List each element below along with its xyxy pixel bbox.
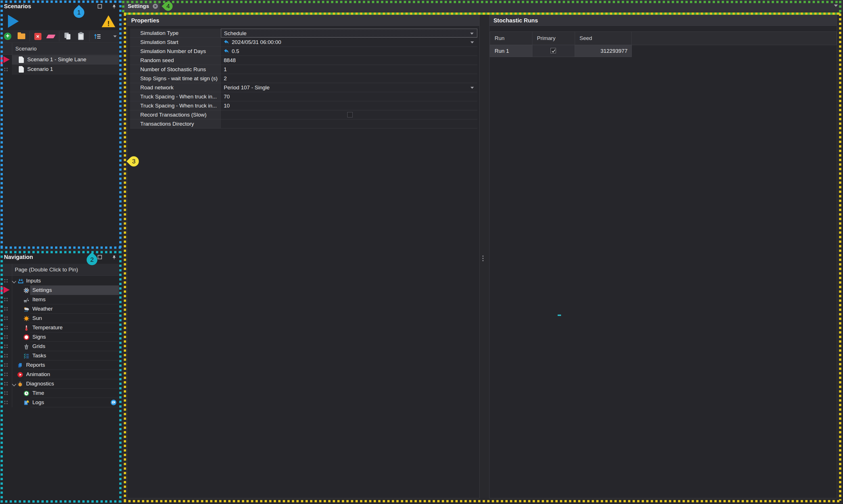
property-row: Road network Period 107 - Single — [130, 83, 477, 92]
row-drag-handle[interactable] — [4, 354, 8, 357]
stop-sign-icon — [23, 334, 30, 340]
run-scenario-button[interactable] — [8, 15, 19, 28]
property-row: Truck Spacing - When truck in... 70 — [130, 92, 477, 101]
open-folder-icon[interactable] — [17, 32, 25, 40]
column-header-primary[interactable]: Primary — [532, 32, 575, 45]
row-drag-handle[interactable] — [4, 307, 8, 310]
row-drag-handle[interactable] — [4, 391, 8, 395]
property-row: Simulation Start 2024/05/31 06:00:00 — [130, 38, 477, 47]
property-value-number-of-days[interactable]: 0.5 — [221, 47, 477, 56]
property-value-transactions-directory[interactable] — [221, 120, 477, 128]
property-row: Simulation Type Schedule — [130, 29, 477, 38]
property-value-road-network[interactable]: Period 107 - Single — [221, 83, 477, 92]
comment-badge-icon[interactable] — [110, 399, 117, 406]
row-drag-handle[interactable] — [4, 68, 8, 71]
scenarios-border-left — [1, 1, 3, 249]
navigation-border-bottom — [1, 500, 121, 503]
scenario-row-selected[interactable]: Scenario 1 - Single Lane — [12, 55, 119, 65]
dropdown-caret-icon[interactable] — [470, 87, 474, 89]
row-drag-handle[interactable] — [4, 298, 8, 301]
pin-icon[interactable] — [112, 4, 116, 9]
property-value-stochastic-runs[interactable]: 1 — [221, 65, 477, 74]
annotation-marker-1: 1 — [73, 7, 84, 18]
row-drag-handle[interactable] — [4, 317, 8, 320]
nav-item-animation[interactable]: Animation — [1, 370, 119, 379]
chevron-down-icon[interactable] — [12, 279, 16, 284]
copy-icon[interactable] — [64, 32, 72, 40]
nav-item-reports[interactable]: Reports — [1, 360, 119, 370]
stochastic-runs-title: Stochastic Runs — [494, 17, 538, 24]
nav-item-weather[interactable]: Weather — [1, 304, 119, 314]
row-drag-handle[interactable] — [4, 326, 8, 329]
nav-item-logs[interactable]: Logs — [1, 398, 119, 407]
document-icon — [19, 66, 24, 73]
nav-item-inputs[interactable]: Inputs — [1, 276, 119, 286]
erase-icon[interactable] — [47, 32, 55, 40]
sort-order-icon[interactable] — [93, 32, 102, 40]
property-value-simulation-type[interactable]: Schedule — [221, 29, 477, 37]
property-value-truck-spacing-1[interactable]: 70 — [221, 92, 477, 101]
maximize-icon[interactable] — [98, 4, 102, 9]
undo-icon[interactable] — [223, 39, 229, 46]
nav-item-diagnostics[interactable]: Diagnostics — [1, 379, 119, 389]
dropdown-caret-icon[interactable] — [470, 33, 474, 35]
page-column-header[interactable]: Page (Double Click to Pin) — [1, 264, 119, 276]
nav-item-time[interactable]: Time — [1, 389, 119, 398]
weather-icon — [23, 306, 30, 312]
property-row: Truck Spacing - When truck in... 10 — [130, 101, 477, 110]
primary-cell — [532, 45, 575, 57]
property-value-stop-signs[interactable]: 2 — [221, 74, 477, 83]
tab-close-icon[interactable]: ✕ — [153, 4, 158, 9]
stochastic-runs-panel: Stochastic Runs Run Primary Seed Run 1 3… — [489, 15, 837, 498]
scenario-row[interactable]: Scenario 1 — [12, 65, 119, 74]
nav-item-sun[interactable]: Sun — [1, 314, 119, 323]
nav-item-grids[interactable]: Grids — [1, 342, 119, 351]
nav-item-temperature[interactable]: Temperature — [1, 323, 119, 332]
primary-checkbox[interactable] — [551, 48, 556, 53]
row-drag-handle[interactable] — [4, 373, 8, 376]
play-circle-icon — [17, 372, 23, 378]
property-value-random-seed[interactable]: 8848 — [221, 56, 477, 65]
dropdown-caret-icon[interactable] — [470, 41, 474, 43]
warning-icon[interactable]: ! — [102, 15, 115, 27]
paste-icon[interactable] — [77, 32, 85, 40]
nav-item-signs[interactable]: Signs — [1, 332, 119, 342]
scenario-column-header[interactable]: Scenario — [1, 43, 119, 55]
nav-item-settings[interactable]: Settings — [1, 286, 119, 295]
record-transactions-checkbox[interactable] — [347, 112, 352, 118]
delete-icon[interactable]: ✕ — [34, 32, 42, 40]
nav-item-tasks[interactable]: Tasks — [1, 351, 119, 360]
run-name: Run 1 — [495, 48, 509, 54]
row-drag-handle[interactable] — [4, 401, 8, 404]
scenarios-border-right — [119, 1, 122, 249]
properties-header: Properties — [127, 15, 479, 26]
content-border-top — [124, 13, 840, 15]
run-cell[interactable]: Run 1 — [490, 45, 532, 57]
active-row-marker-icon — [3, 286, 10, 293]
row-drag-handle[interactable] — [4, 382, 8, 385]
tab-overflow-icon[interactable] — [834, 4, 838, 7]
property-row: Stop Signs - wait time at sign (s) 2 — [130, 74, 477, 83]
property-value-simulation-start[interactable]: 2024/05/31 06:00:00 — [221, 38, 477, 47]
column-header-empty — [632, 32, 837, 45]
pin-icon[interactable] — [112, 255, 116, 259]
undo-icon[interactable] — [223, 48, 229, 54]
inputs-icon — [18, 278, 24, 284]
row-drag-handle[interactable] — [4, 279, 8, 283]
row-drag-handle[interactable] — [4, 345, 8, 348]
chevron-down-icon[interactable] — [12, 382, 16, 386]
column-header-run[interactable]: Run — [490, 32, 532, 45]
toolbar-more-icon[interactable] — [111, 32, 119, 40]
items-icon — [23, 297, 30, 303]
scenarios-panel-title: Scenarios — [4, 3, 31, 10]
add-icon[interactable]: + — [3, 32, 12, 40]
row-drag-handle[interactable] — [4, 335, 8, 339]
column-header-seed[interactable]: Seed — [575, 32, 632, 45]
property-value-truck-spacing-2[interactable]: 10 — [221, 101, 477, 110]
nav-item-items[interactable]: Items — [1, 295, 119, 304]
maximize-icon[interactable] — [98, 255, 102, 259]
row-drag-handle[interactable] — [4, 363, 8, 367]
active-row-marker-icon — [3, 56, 10, 63]
application-window: Settings ✕ Properties Simulation Type Sc… — [0, 0, 843, 504]
seed-cell[interactable]: 312293977 — [575, 45, 632, 57]
